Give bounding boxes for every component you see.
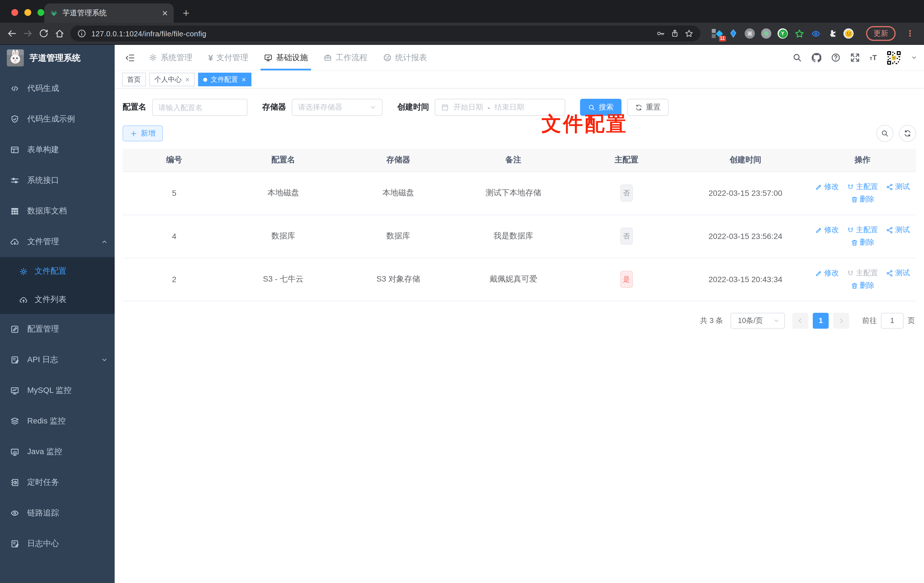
topnav-payment-management[interactable]: ¥ 支付管理 — [200, 45, 256, 70]
minimize-window-button[interactable] — [25, 9, 31, 16]
delete-link[interactable]: 删除 — [850, 281, 874, 291]
topnav-reports[interactable]: 统计报表 — [375, 45, 435, 70]
sidebar-item-redis-monitor[interactable]: Redis 监控 — [0, 406, 115, 436]
sidebar-item-config-management[interactable]: 配置管理 — [0, 314, 115, 345]
sidebar-item-api-log[interactable]: API 日志 — [0, 345, 115, 375]
magnet-icon — [847, 226, 854, 234]
view-tab-file-config[interactable]: 文件配置 ✕ — [198, 73, 251, 86]
sidebar-item-code-gen-example[interactable]: 代码生成示例 — [0, 104, 115, 135]
sidebar-item-db-doc[interactable]: 数据库文档 — [0, 196, 115, 226]
close-icon[interactable]: ✕ — [185, 76, 190, 83]
view-tab-profile[interactable]: 个人中心 ✕ — [149, 73, 195, 86]
extension-y-icon[interactable]: Y — [777, 28, 788, 39]
test-link[interactable]: 测试 — [886, 268, 910, 278]
fold-sidebar-icon[interactable] — [125, 53, 135, 63]
tab-close-icon[interactable]: ✕ — [162, 9, 168, 17]
back-icon[interactable] — [7, 28, 17, 39]
help-icon[interactable] — [831, 53, 841, 63]
page-size-select[interactable]: 10条/页 — [731, 312, 785, 329]
share-nodes-icon — [886, 269, 893, 277]
delete-link[interactable]: 删除 — [850, 237, 874, 248]
password-key-icon[interactable] — [656, 29, 665, 38]
master-config-link[interactable]: 主配置 — [847, 225, 878, 235]
sidebar-logo[interactable]: 芋道管理系统 — [0, 45, 115, 71]
goto-page-input[interactable] — [881, 312, 904, 329]
pagination-total: 共 3 条 — [700, 315, 723, 325]
fullscreen-icon[interactable] — [850, 53, 860, 63]
chevron-down-icon[interactable] — [911, 55, 917, 61]
list-toolbar: 新增 — [122, 125, 916, 142]
profile-emoji-icon[interactable] — [843, 28, 854, 39]
close-icon[interactable]: ✕ — [241, 76, 246, 83]
prev-page-button[interactable] — [792, 312, 808, 329]
zoom-window-button[interactable] — [38, 9, 44, 16]
sidebar-item-code-gen[interactable]: 代码生成 — [0, 73, 115, 104]
topnav-infrastructure[interactable]: 基础设施 — [256, 45, 316, 70]
extension-gem-icon[interactable] — [728, 28, 738, 39]
edit-link[interactable]: 修改 — [815, 225, 839, 235]
sidebar-item-file-list[interactable]: 文件列表 — [0, 286, 115, 314]
extensions-puzzle-icon[interactable] — [827, 28, 837, 39]
name-filter-input-wrap — [152, 99, 248, 116]
master-config-link-disabled: 主配置 — [847, 268, 878, 278]
extension-star-icon[interactable] — [794, 28, 804, 39]
col-created: 创建时间 — [682, 149, 809, 172]
new-tab-button[interactable]: + — [183, 3, 189, 23]
col-actions: 操作 — [809, 149, 916, 172]
table-row: 5 本地磁盘 本地磁盘 测试下本地存储 否 2022-03-15 23:57:0… — [122, 172, 916, 215]
code-icon — [10, 84, 19, 93]
master-config-link[interactable]: 主配置 — [847, 182, 878, 192]
topnav-workflow[interactable]: 工作流程 — [316, 45, 375, 70]
current-page-button[interactable]: 1 — [813, 312, 829, 329]
col-id: 编号 — [122, 149, 226, 172]
browser-update-button[interactable]: 更新 — [866, 26, 896, 41]
home-icon[interactable] — [54, 28, 65, 39]
reset-button[interactable]: 重置 — [627, 99, 668, 116]
sidebar-item-file-management[interactable]: 文件管理 — [0, 226, 115, 257]
search-icon[interactable] — [792, 53, 802, 63]
sidebar-item-scheduled-tasks[interactable]: 定时任务 — [0, 467, 115, 498]
view-tab-home[interactable]: 首页 — [122, 73, 146, 86]
extension-command-icon[interactable]: ⌘ — [745, 28, 755, 39]
github-icon[interactable] — [812, 53, 821, 63]
sidebar-item-java-monitor[interactable]: Java 监控 — [0, 436, 115, 467]
storage-filter-select[interactable]: 请选择存储器 — [292, 99, 383, 116]
show-search-button[interactable] — [876, 125, 893, 142]
extension-eye-icon[interactable] — [810, 28, 821, 39]
add-button[interactable]: 新增 — [122, 126, 163, 141]
share-icon[interactable] — [670, 29, 680, 38]
chevron-down-icon — [101, 357, 108, 363]
topnav-system-management[interactable]: 系统管理 — [141, 45, 200, 70]
bookmark-star-icon[interactable] — [685, 29, 693, 38]
sidebar-item-tracing[interactable]: 链路追踪 — [0, 498, 115, 528]
avatar[interactable] — [886, 50, 901, 65]
browser-tab[interactable]: 芋道管理系统 ✕ — [44, 3, 174, 23]
sidebar-item-form-builder[interactable]: 表单构建 — [0, 135, 115, 165]
font-size-icon[interactable]: тT — [870, 53, 877, 62]
test-link[interactable]: 测试 — [886, 225, 910, 235]
edit-link[interactable]: 修改 — [815, 182, 839, 192]
name-filter-input[interactable] — [158, 103, 241, 112]
site-info-icon[interactable] — [77, 29, 86, 38]
close-window-button[interactable] — [12, 9, 18, 16]
refresh-list-button[interactable] — [899, 125, 916, 142]
sidebar-item-system-api[interactable]: 系统接口 — [0, 165, 115, 196]
url-bar[interactable]: 127.0.0.1:1024/infra/file/file-config — [70, 26, 700, 41]
file-management-submenu: 文件配置 文件列表 — [0, 257, 115, 314]
edit-link[interactable]: 修改 — [815, 268, 839, 278]
forward-icon[interactable] — [23, 28, 33, 39]
extension-dot-icon[interactable] — [761, 28, 771, 39]
reload-icon[interactable] — [39, 28, 49, 39]
sidebar-item-file-config[interactable]: 文件配置 — [0, 257, 115, 286]
storage-filter-label: 存储器 — [262, 102, 286, 112]
sidebar-item-log-center[interactable]: 日志中心 — [0, 528, 115, 559]
next-page-button[interactable] — [833, 312, 849, 329]
extension-tabs-icon[interactable]: 11 — [712, 28, 722, 39]
browser-menu-icon[interactable]: ⋮ — [906, 28, 915, 39]
delete-link[interactable]: 删除 — [850, 194, 874, 204]
sidebar-item-mysql-monitor[interactable]: MySQL 监控 — [0, 375, 115, 406]
url-text: 127.0.0.1:1024/infra/file/file-config — [91, 29, 651, 38]
test-link[interactable]: 测试 — [886, 182, 910, 192]
view-tabs-row: 首页 个人中心 ✕ 文件配置 ✕ — [115, 71, 924, 89]
search-icon — [881, 129, 889, 137]
